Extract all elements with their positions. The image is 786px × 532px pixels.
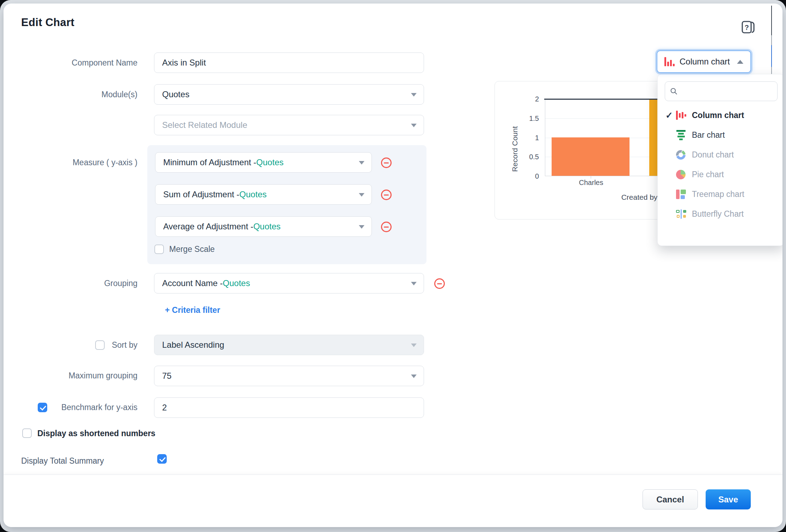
component-name-label: Component Name — [14, 58, 137, 68]
measure-2-text: Sum of Adjustment - — [163, 190, 239, 199]
chart-type-search-input[interactable] — [681, 82, 772, 101]
donut-chart-icon — [676, 150, 686, 160]
chart-type-dropdown-trigger[interactable]: Column chart — [657, 50, 751, 73]
benchmark-label: Benchmark for y-axis — [14, 402, 137, 412]
menu-item-column-chart[interactable]: ✓ Column chart — [658, 105, 782, 125]
y-axis-line — [545, 99, 545, 176]
grouping-text: Account Name - — [162, 278, 223, 288]
ytick-0: 0 — [504, 172, 539, 181]
dialog-scrollbar[interactable] — [771, 6, 772, 75]
menu-item-pie-chart[interactable]: Pie chart — [658, 165, 782, 184]
ytick-1-5: 1.5 — [504, 114, 539, 123]
help-icon[interactable]: ? — [741, 20, 755, 34]
merge-scale-label: Merge Scale — [169, 244, 215, 254]
measure-3-text: Average of Adjustment - — [163, 222, 253, 231]
ytick-0-5: 0.5 — [504, 152, 539, 161]
shortened-numbers-label: Display as shortened numbers — [37, 428, 155, 438]
total-summary-label: Display Total Summary — [21, 456, 104, 466]
column-chart-icon — [664, 57, 675, 66]
sort-by-select: Label Ascending — [154, 335, 424, 355]
save-button[interactable]: Save — [706, 489, 751, 509]
maximum-grouping-value: 75 — [162, 371, 172, 381]
measure-1-text: Minimum of Adjustment - — [163, 157, 256, 167]
criteria-filter-link[interactable]: + Criteria filter — [165, 305, 220, 315]
measure-label: Measure ( y-axis ) — [14, 157, 137, 167]
x-tick — [591, 176, 591, 179]
modules-label: Module(s) — [14, 89, 137, 99]
x-category-label: Charles — [573, 179, 609, 187]
bar-chart-icon — [676, 130, 686, 140]
search-icon — [670, 87, 677, 95]
butterfly-chart-icon — [676, 209, 687, 219]
related-module-placeholder: Select Related Module — [162, 120, 247, 130]
component-name-input[interactable] — [154, 52, 424, 73]
grouping-label: Grouping — [14, 278, 137, 288]
modules-select[interactable]: Quotes — [154, 84, 424, 105]
dialog-footer: Cancel Save — [4, 475, 782, 527]
svg-text:?: ? — [744, 24, 749, 31]
chevron-down-icon — [411, 375, 417, 378]
measure-1-module: Quotes — [256, 157, 283, 167]
remove-grouping-button[interactable] — [434, 278, 445, 289]
chevron-down-icon — [411, 124, 417, 127]
menu-item-donut-chart[interactable]: Donut chart — [658, 145, 782, 165]
pie-chart-icon — [676, 170, 686, 179]
total-summary-checkbox[interactable] — [157, 454, 167, 464]
remove-measure-3-button[interactable] — [381, 222, 392, 232]
measure-3-module: Quotes — [253, 222, 281, 231]
column-chart-icon — [676, 111, 686, 120]
treemap-chart-icon — [676, 190, 686, 199]
measure-select-1[interactable]: Minimum of Adjustment - Quotes — [155, 152, 372, 173]
grouping-select[interactable]: Account Name - Quotes — [154, 273, 424, 293]
chevron-down-icon — [411, 282, 417, 285]
menu-item-bar-chart[interactable]: Bar chart — [658, 125, 782, 145]
chevron-down-icon — [411, 344, 417, 347]
ytick-2: 2 — [504, 94, 539, 104]
merge-scale-checkbox[interactable] — [154, 245, 164, 254]
page-title: Edit Chart — [21, 16, 74, 29]
maximum-grouping-label: Maximum grouping — [14, 371, 137, 381]
chart-type-selected-label: Column chart — [680, 57, 730, 67]
measure-select-3[interactable]: Average of Adjustment - Quotes — [155, 216, 372, 237]
chart-type-menu: ✓ Column chart Bar chart Donut chart Pie… — [657, 74, 782, 246]
maximum-grouping-select[interactable]: 75 — [154, 366, 424, 386]
chart-type-search[interactable] — [665, 81, 778, 101]
screen-background: Edit Chart ? Component Name Module(s) Qu… — [0, 0, 786, 532]
menu-item-butterfly-chart[interactable]: Butterfly Chart — [658, 204, 782, 224]
related-module-select[interactable]: Select Related Module — [154, 115, 424, 135]
checkmark-icon: ✓ — [665, 110, 673, 120]
remove-measure-2-button[interactable] — [381, 190, 392, 200]
ytick-1: 1 — [504, 133, 539, 142]
measure-select-2[interactable]: Sum of Adjustment - Quotes — [155, 184, 372, 205]
chevron-down-icon — [411, 93, 417, 97]
scrollbar-thumb — [771, 45, 772, 67]
measure-2-module: Quotes — [239, 190, 266, 199]
modules-select-value: Quotes — [162, 89, 189, 99]
chevron-down-icon — [359, 193, 364, 197]
shortened-numbers-checkbox[interactable] — [22, 428, 32, 438]
menu-item-treemap-chart[interactable]: Treemap chart — [658, 184, 782, 204]
chevron-down-icon — [359, 161, 364, 165]
bar-charles — [552, 137, 630, 176]
cancel-button[interactable]: Cancel — [643, 489, 698, 509]
scrollbar-segment — [771, 6, 772, 35]
chevron-down-icon — [359, 225, 364, 229]
sort-by-value: Label Ascending — [162, 340, 224, 350]
chevron-up-icon — [737, 60, 743, 64]
grouping-module: Quotes — [223, 278, 250, 288]
benchmark-input[interactable] — [154, 397, 424, 418]
edit-chart-dialog: Edit Chart ? Component Name Module(s) Qu… — [4, 4, 782, 527]
sort-by-label: Sort by — [14, 340, 137, 350]
remove-measure-1-button[interactable] — [381, 157, 392, 168]
